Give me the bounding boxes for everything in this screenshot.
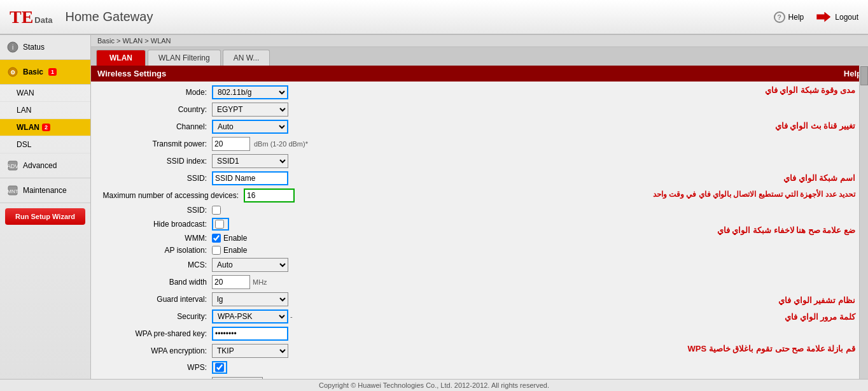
ap-isolation-checkbox[interactable] — [212, 246, 221, 255]
security-label: Security: — [97, 312, 212, 321]
tab-anw[interactable]: AN W... — [223, 50, 270, 66]
transmit-power-unit: dBm (1-20 dBm)* — [254, 140, 308, 148]
sidebar-sub-lan[interactable]: LAN — [0, 102, 90, 119]
wps-label: WPS: — [97, 363, 212, 372]
mode-label: Mode: — [97, 88, 212, 97]
hide-broadcast-row: Hide broadcast: — [97, 218, 658, 231]
bandwidth-input[interactable] — [212, 275, 250, 289]
ssid-checkbox[interactable] — [212, 206, 221, 215]
ssid-index-select[interactable]: SSID1 — [212, 154, 288, 168]
header-title: Home Gateway — [66, 10, 774, 24]
svg-text:ADV: ADV — [7, 163, 18, 169]
ssid-label: SSID: — [97, 174, 212, 183]
sidebar-item-advanced[interactable]: ADV Advanced — [0, 153, 90, 178]
breadcrumb: Basic > WLAN > WLAN — [91, 35, 868, 47]
wmm-checkbox[interactable] — [212, 234, 221, 243]
sidebar-sub-dsl[interactable]: DSL — [0, 136, 90, 153]
wpa-key-row: WPA pre-shared key: — [97, 327, 658, 341]
hide-broadcast-checkbox[interactable] — [215, 220, 224, 229]
country-label: Country: — [97, 105, 212, 114]
sidebar-sub-wlan[interactable]: WLAN 2 — [0, 119, 90, 136]
annotation-mode: مدى وقوة شبكة الواي فاي — [765, 85, 855, 95]
sidebar-item-label: Maintenance — [23, 186, 67, 195]
mode-select[interactable]: 802.11b/g — [212, 85, 288, 99]
annotation-hide: ضع علامة صح هنا لاخفاء شبكة الواي فاي — [717, 225, 855, 235]
wlan-badge: 2 — [42, 124, 50, 131]
bandwidth-label: Band width — [97, 278, 212, 287]
sidebar-item-label: Basic — [23, 68, 43, 76]
header: TE Data Home Gateway ? Help Logout — [0, 0, 868, 35]
sidebar-sub-wan[interactable]: WAN — [0, 85, 90, 102]
guard-interval-select[interactable]: lg — [212, 292, 288, 306]
mcs-label: MCS: — [97, 260, 212, 269]
wps-row: WPS: — [97, 361, 658, 374]
tab-wlan-filtering[interactable]: WLAN Filtering — [148, 50, 221, 66]
ssid-row: SSID: — [97, 171, 658, 185]
maintenance-icon: MNT — [6, 184, 19, 197]
guard-interval-row: Guard interval: lg — [97, 292, 658, 306]
svg-text:MNT: MNT — [7, 188, 18, 194]
basic-badge: 1 — [48, 68, 57, 76]
security-select[interactable]: WPA-PSK — [212, 309, 288, 323]
max-devices-row: Maximum number of accessing devices: — [97, 188, 658, 203]
mode-row: Mode: 802.11b/g — [97, 85, 658, 99]
transmit-power-label: Transmit power: — [97, 139, 212, 148]
basic-icon: ⚙ — [6, 66, 19, 78]
hide-broadcast-label: Hide broadcast: — [97, 220, 212, 229]
mcs-select[interactable]: Auto — [212, 258, 288, 272]
svg-text:⚙: ⚙ — [10, 69, 15, 76]
section-header: Wireless Settings Help — [91, 66, 868, 82]
max-devices-label: Maximum number of accessing devices: — [97, 191, 244, 200]
annotation-max-devices: تحديد عدد الأجهزة التي تستطيع الاتصال با… — [653, 190, 855, 199]
annotation-security: نظام تشفير الواي فاي — [778, 295, 855, 305]
ap-isolation-row: AP isolation: Enable — [97, 246, 658, 255]
max-devices-input[interactable] — [244, 188, 295, 203]
status-icon: i — [6, 41, 19, 53]
wpa-key-label: WPA pre-shared key: — [97, 329, 212, 338]
content-area: Basic > WLAN > WLAN WLAN WLAN Filtering … — [91, 35, 868, 391]
sidebar-item-maintenance[interactable]: MNT Maintenance — [0, 178, 90, 203]
form-panel: Wireless Settings Help Mode: 802.11b/g — [91, 66, 868, 391]
ap-isolation-label: AP isolation: — [97, 246, 212, 255]
channel-row: Channel: Auto — [97, 120, 658, 134]
annotation-password: كلمة مرور الواي فاي — [785, 312, 855, 322]
channel-label: Channel: — [97, 122, 212, 131]
wps-checkbox[interactable] — [215, 363, 224, 372]
transmit-power-row: Transmit power: dBm (1-20 dBm)* — [97, 137, 658, 151]
wmm-label: WMM: — [97, 234, 212, 243]
country-row: Country: EGYPT — [97, 103, 658, 117]
channel-select[interactable]: Auto — [212, 120, 288, 134]
ssid-index-row: SSID index: SSID1 — [97, 154, 658, 168]
header-help-button[interactable]: ? Help — [774, 11, 804, 23]
sidebar-item-basic[interactable]: ⚙ Basic 1 — [0, 60, 90, 85]
tabs-bar: WLAN WLAN Filtering AN W... — [91, 47, 868, 66]
annotation-wps: قم بازلة علامة صح حتى تقوم باغلاق خاصية … — [687, 344, 855, 353]
wpa-encryption-label: WPA encryption: — [97, 346, 212, 355]
ssid-input[interactable] — [212, 171, 288, 185]
run-setup-wizard-button[interactable]: Run Setup Wizard — [5, 208, 85, 225]
transmit-power-input[interactable] — [212, 137, 250, 151]
footer: Copyright © Huawei Technologies Co., Ltd… — [0, 379, 868, 391]
guard-interval-label: Guard interval: — [97, 295, 212, 304]
sidebar-item-label: Advanced — [23, 161, 57, 170]
annotation-channel: تغيير قناة بث الواي فاي — [775, 121, 855, 131]
sidebar-item-label: Status — [23, 43, 45, 52]
bandwidth-row: Band width MHz — [97, 275, 658, 289]
logo: TE Data — [10, 7, 53, 27]
tab-wlan[interactable]: WLAN — [96, 50, 146, 66]
country-select[interactable]: EGYPT — [212, 103, 288, 117]
ssid-index-label: SSID index: — [97, 157, 212, 166]
sidebar-item-status[interactable]: i Status — [0, 35, 90, 60]
wmm-row: WMM: Enable — [97, 234, 658, 243]
header-logout-button[interactable]: Logout — [816, 12, 858, 22]
wpa-encryption-row: WPA encryption: TKIP — [97, 344, 658, 358]
wpa-encryption-select[interactable]: TKIP — [212, 344, 288, 358]
security-row: Security: WPA-PSK - — [97, 309, 658, 323]
sidebar: i Status ⚙ Basic 1 WAN LAN WLAN 2 — [0, 35, 91, 391]
wpa-key-input[interactable] — [212, 327, 288, 341]
scrollbar[interactable] — [859, 66, 868, 391]
form-scroll-area[interactable]: Mode: 802.11b/g Country: EGYPT Channel: — [91, 82, 868, 388]
ssid-check-row: SSID: — [97, 206, 658, 215]
annotation-ssid: اسم شبكة الواي فاي — [783, 173, 855, 183]
mcs-row: MCS: Auto — [97, 258, 658, 272]
